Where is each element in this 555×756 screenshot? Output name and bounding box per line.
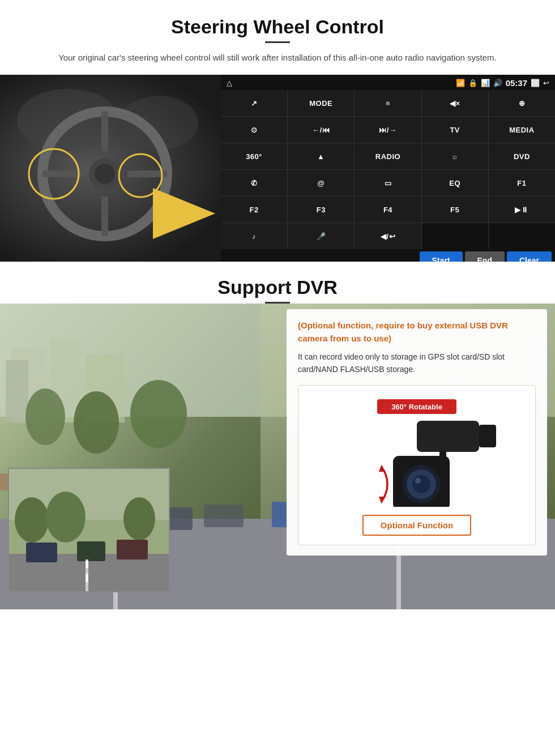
- lock-icon: 🔒: [468, 79, 477, 87]
- window-icon: ⬜: [531, 79, 540, 87]
- btn-phone[interactable]: ✆: [221, 170, 287, 196]
- btn-mute[interactable]: ◀×: [422, 90, 488, 116]
- svg-point-44: [415, 478, 421, 484]
- dvr-info-card: (Optional function, require to buy exter…: [287, 309, 547, 556]
- btn-dvd[interactable]: DVD: [489, 143, 555, 169]
- svg-rect-54: [26, 543, 57, 562]
- steering-wheel-image: [0, 75, 221, 262]
- svg-point-16: [25, 388, 65, 445]
- svg-marker-46: [379, 497, 385, 504]
- clear-button[interactable]: Clear: [507, 251, 552, 262]
- svg-rect-56: [77, 541, 105, 561]
- svg-rect-23: [204, 505, 244, 527]
- btn-navigate[interactable]: ↗: [221, 90, 287, 116]
- btn-f5[interactable]: F5: [422, 197, 488, 223]
- volume-icon: 🔊: [493, 79, 502, 87]
- btn-settings[interactable]: ⊙: [221, 117, 287, 143]
- dvr-scene-area: (Optional function, require to buy exter…: [0, 304, 555, 609]
- dvr-section: Support DVR: [0, 262, 555, 609]
- end-button[interactable]: End: [465, 251, 505, 262]
- steering-wheel-bg: [0, 75, 221, 262]
- btn-mode[interactable]: MODE: [288, 90, 354, 116]
- dvr-inset-road: [9, 469, 169, 591]
- dvr-desc-text: It can record video only to storage in G…: [298, 351, 536, 376]
- dvr-inset-svg: [9, 469, 170, 592]
- control-button-grid: ↗ MODE ≡ ◀× ⊕ ⊙ ←/⏮ ⏭/→ TV MEDIA 360° ▲ …: [221, 90, 555, 249]
- svg-rect-13: [6, 360, 28, 422]
- dvr-optional-text: (Optional function, require to buy exter…: [298, 319, 536, 345]
- svg-rect-57: [86, 559, 88, 568]
- dvr-inset-image: [8, 468, 170, 592]
- camera-svg: 360° Rotatable: [321, 394, 513, 507]
- wifi-icon: 📶: [456, 79, 465, 87]
- btn-music[interactable]: ♪: [221, 223, 287, 249]
- svg-rect-58: [86, 574, 88, 582]
- dvr-camera-card: 360° Rotatable: [298, 385, 536, 545]
- btn-brightness[interactable]: ☼: [422, 143, 488, 169]
- btn-internet[interactable]: @: [288, 170, 354, 196]
- btn-radio[interactable]: RADIO: [355, 143, 421, 169]
- svg-point-51: [123, 497, 155, 540]
- dvr-title-area: Support DVR: [0, 262, 555, 304]
- steering-title: Steering Wheel Control: [23, 16, 532, 38]
- svg-point-17: [74, 391, 119, 454]
- btn-menu[interactable]: ≡: [355, 90, 421, 116]
- status-time: 05:37: [506, 78, 527, 88]
- btn-window[interactable]: ▭: [355, 170, 421, 196]
- svg-rect-55: [117, 540, 148, 559]
- svg-rect-38: [479, 425, 496, 447]
- steering-arrow: [153, 188, 215, 239]
- btn-empty-1: [422, 223, 488, 249]
- start-button[interactable]: Start: [420, 251, 463, 262]
- optional-function-button[interactable]: Optional Function: [362, 515, 471, 536]
- statusbar-left-icons: △: [227, 79, 232, 87]
- btn-f1[interactable]: F1: [489, 170, 555, 196]
- svg-point-49: [15, 497, 49, 543]
- svg-text:360° Rotatable: 360° Rotatable: [391, 403, 442, 411]
- svg-rect-37: [417, 421, 479, 452]
- btn-360[interactable]: 360°: [221, 143, 287, 169]
- btn-f2[interactable]: F2: [221, 197, 287, 223]
- btn-next[interactable]: ⏭/→: [355, 117, 421, 143]
- btn-media[interactable]: MEDIA: [489, 117, 555, 143]
- panel-actions-row: Start End Clear: [221, 249, 555, 262]
- dvr-camera-illustration: 360° Rotatable: [308, 394, 526, 507]
- btn-playpause[interactable]: ▶⏸: [489, 197, 555, 223]
- btn-f3[interactable]: F3: [288, 197, 354, 223]
- btn-mic[interactable]: 🎤: [288, 223, 354, 249]
- btn-f4[interactable]: F4: [355, 197, 421, 223]
- svg-point-50: [46, 492, 86, 543]
- btn-eq[interactable]: EQ: [422, 170, 488, 196]
- svg-point-43: [412, 475, 430, 493]
- dvr-title: Support DVR: [23, 276, 532, 298]
- svg-marker-45: [379, 464, 385, 472]
- steering-demo-container: △ 📶 🔒 📊 🔊 05:37 ⬜ ↩ ↗ MODE ≡ ◀× ⊕ ⊙ ←/⏮ …: [0, 75, 555, 262]
- control-panel: △ 📶 🔒 📊 🔊 05:37 ⬜ ↩ ↗ MODE ≡ ◀× ⊕ ⊙ ←/⏮ …: [221, 75, 555, 262]
- btn-prev[interactable]: ←/⏮: [288, 117, 354, 143]
- steering-subtitle: Your original car's steering wheel contr…: [45, 51, 510, 65]
- btn-back-media[interactable]: ◀/↩: [355, 223, 421, 249]
- btn-apps[interactable]: ⊕: [489, 90, 555, 116]
- btn-eject[interactable]: ▲: [288, 143, 354, 169]
- panel-statusbar: △ 📶 🔒 📊 🔊 05:37 ⬜ ↩: [221, 76, 555, 90]
- signal-icon: 📊: [481, 79, 490, 87]
- back-icon: ↩: [543, 79, 549, 87]
- statusbar-right-icons: 📶 🔒 📊 🔊 05:37 ⬜ ↩: [456, 78, 549, 88]
- svg-point-18: [130, 380, 187, 448]
- btn-empty-2: [489, 223, 555, 249]
- steering-title-underline: [265, 41, 290, 43]
- steering-section: Steering Wheel Control Your original car…: [0, 0, 555, 65]
- btn-tv[interactable]: TV: [422, 117, 488, 143]
- home-icon: △: [227, 79, 232, 87]
- svg-point-8: [95, 164, 115, 184]
